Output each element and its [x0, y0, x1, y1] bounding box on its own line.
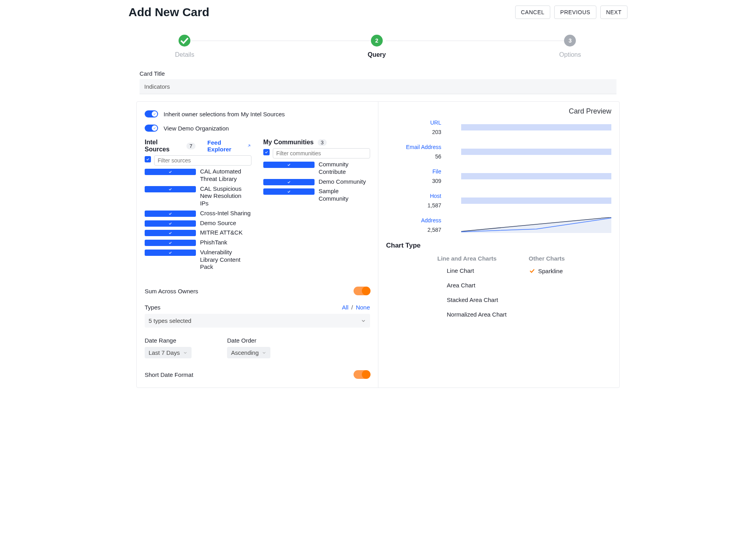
step-number-icon: 2: [371, 35, 383, 47]
card-title-input[interactable]: [140, 79, 616, 94]
date-order-value: Ascending: [231, 349, 259, 356]
external-link-icon: [247, 143, 251, 148]
feed-explorer-link[interactable]: Feed Explorer: [207, 139, 251, 153]
header-actions: CANCEL PREVIOUS NEXT: [515, 6, 628, 19]
short-date-format-label: Short Date Format: [145, 371, 193, 378]
separator: /: [351, 304, 353, 311]
chart-type-title: Chart Type: [386, 242, 612, 250]
preview-category: Host: [386, 193, 441, 199]
preview-value: 309: [386, 178, 441, 184]
sum-across-owners-label: Sum Across Owners: [145, 288, 198, 294]
preview-bar: [461, 124, 612, 130]
page-title: Add New Card: [128, 6, 209, 19]
chart-type-option[interactable]: Area Chart: [447, 282, 507, 289]
source-checkbox[interactable]: [145, 211, 196, 217]
chart-type-col-head: Other Charts: [529, 255, 565, 262]
chart-type-option[interactable]: Line Chart: [447, 267, 507, 274]
source-checkbox[interactable]: [145, 220, 196, 227]
previous-button[interactable]: PREVIOUS: [554, 6, 596, 19]
toggle-knob: [362, 287, 371, 295]
my-communities-column: My Communities 3 Community Contribute De…: [263, 139, 370, 273]
card-title-label: Card Title: [140, 70, 616, 77]
toggle-knob: [362, 370, 371, 379]
date-order-select[interactable]: Ascending: [227, 347, 270, 358]
preview-row: Address 2,587: [386, 217, 612, 233]
feed-explorer-label: Feed Explorer: [207, 139, 245, 153]
chevron-down-icon: [262, 350, 266, 355]
preview-sparkline: [461, 217, 612, 233]
preview-category: File: [386, 168, 441, 175]
view-demo-toggle-label: View Demo Organization: [164, 125, 229, 132]
chart-type-option[interactable]: Stacked Area Chart: [447, 296, 507, 303]
select-all-sources-checkbox[interactable]: [145, 156, 151, 162]
check-icon: [529, 267, 536, 274]
view-demo-toggle[interactable]: [145, 125, 158, 132]
preview-bar: [461, 173, 612, 179]
chart-type-col-line-area: Line and Area Charts Line Chart Area Cha…: [438, 255, 507, 326]
source-label: CAL Automated Threat Library: [200, 168, 251, 183]
toggle-knob: [152, 111, 157, 117]
select-all-communities-checkbox[interactable]: [263, 149, 270, 155]
community-checkbox[interactable]: [263, 162, 315, 168]
source-checkbox[interactable]: [145, 186, 196, 192]
step-details[interactable]: Details: [175, 35, 194, 58]
types-select-value: 5 types selected: [149, 317, 191, 324]
source-checkbox[interactable]: [145, 169, 196, 175]
types-none-link[interactable]: None: [356, 304, 370, 311]
date-range-select[interactable]: Last 7 Days: [145, 347, 192, 358]
chart-type-col-other: Other Charts Sparkline: [529, 255, 565, 326]
community-checkbox[interactable]: [263, 179, 315, 185]
chevron-down-icon: [183, 350, 188, 355]
preview-row: URL 203: [386, 119, 612, 135]
date-range-label: Date Range: [145, 337, 192, 344]
source-label: PhishTank: [200, 239, 251, 246]
stepper: Details 2 Query 3 Options: [175, 35, 581, 58]
next-button[interactable]: NEXT: [600, 6, 628, 19]
step-number-icon: 3: [564, 35, 576, 47]
types-select[interactable]: 5 types selected: [145, 314, 370, 328]
toggle-knob: [152, 125, 157, 131]
community-checkbox[interactable]: [263, 188, 315, 195]
intel-sources-heading: Intel Sources: [145, 139, 182, 153]
sum-across-owners-toggle[interactable]: [354, 287, 370, 295]
source-label: CAL Suspicious New Resolution IPs: [200, 185, 251, 207]
source-checkbox[interactable]: [145, 240, 196, 246]
cancel-button[interactable]: CANCEL: [515, 6, 551, 19]
step-query[interactable]: 2 Query: [368, 35, 386, 58]
types-label: Types: [145, 304, 160, 311]
source-label: Vulnerability Library Content Pack: [200, 249, 251, 271]
source-checkbox[interactable]: [145, 250, 196, 256]
card-preview-title: Card Preview: [386, 107, 612, 116]
chart-type-option[interactable]: Normalized Area Chart: [447, 311, 507, 318]
date-range-value: Last 7 Days: [149, 349, 180, 356]
stepper-line: [386, 41, 565, 41]
date-order-label: Date Order: [227, 337, 270, 344]
community-label: Community Contribute: [318, 161, 370, 176]
chevron-down-icon: [361, 318, 366, 324]
chart-type-option-selected[interactable]: Sparkline: [529, 267, 565, 274]
preview-value: 56: [386, 153, 441, 160]
preview-bar: [461, 149, 612, 155]
preview-value: 1,587: [386, 202, 441, 209]
chart-type-col-head: Line and Area Charts: [438, 255, 507, 262]
preview-category: URL: [386, 119, 441, 126]
source-checkbox[interactable]: [145, 230, 196, 236]
types-all-link[interactable]: All: [342, 304, 348, 311]
filter-sources-input[interactable]: [154, 155, 251, 166]
short-date-format-toggle[interactable]: [354, 370, 370, 379]
step-label: Options: [559, 51, 581, 58]
inherit-toggle-label: Inherit owner selections from My Intel S…: [164, 111, 285, 117]
my-communities-count: 3: [318, 139, 327, 146]
preview-category: Address: [386, 217, 441, 224]
preview-column: Card Preview URL 203 Email Address 56 Fi…: [378, 102, 620, 388]
community-label: Sample Community: [318, 188, 370, 203]
step-options[interactable]: 3 Options: [559, 35, 581, 58]
inherit-toggle[interactable]: [145, 110, 158, 117]
stepper-line: [191, 41, 370, 41]
preview-value: 203: [386, 129, 441, 135]
source-label: Demo Source: [200, 220, 251, 227]
types-all-none: All / None: [342, 304, 370, 311]
filter-communities-input[interactable]: [273, 148, 370, 158]
main-panel: Inherit owner selections from My Intel S…: [136, 101, 620, 388]
preview-row: File 309: [386, 168, 612, 184]
